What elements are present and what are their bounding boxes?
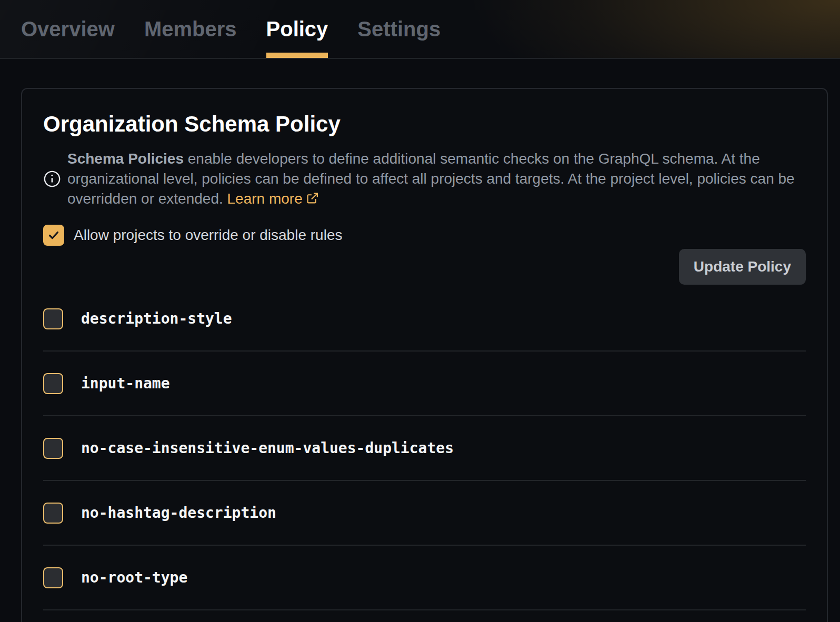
rule-checkbox[interactable] — [43, 308, 63, 329]
learn-more-link[interactable]: Learn more — [227, 190, 319, 207]
tab-bar: Overview Members Policy Settings — [0, 0, 840, 59]
rule-name: no-root-type — [81, 569, 187, 586]
rule-row: no-hashtag-description — [43, 481, 806, 546]
override-row: Allow projects to override or disable ru… — [43, 225, 806, 246]
override-checkbox[interactable] — [43, 225, 64, 246]
learn-more-label: Learn more — [227, 190, 303, 207]
button-row: Update Policy — [43, 249, 806, 285]
info-paragraph-lead: Schema Policies — [67, 151, 184, 167]
rule-row: no-case-insensitive-enum-values-duplicat… — [43, 416, 806, 481]
rule-checkbox[interactable] — [43, 373, 63, 394]
info-paragraph: Schema Policies enable developers to def… — [67, 149, 806, 209]
info-callout: Schema Policies enable developers to def… — [43, 149, 806, 209]
rule-name: no-case-insensitive-enum-values-duplicat… — [81, 439, 454, 457]
rule-row: no-root-type — [43, 546, 806, 610]
rule-row: description-style — [43, 287, 806, 352]
update-policy-button[interactable]: Update Policy — [679, 249, 806, 285]
tab-settings[interactable]: Settings — [357, 0, 441, 58]
tab-policy[interactable]: Policy — [266, 0, 328, 58]
policy-card: Organization Schema Policy Schema Polici… — [21, 88, 828, 622]
rules-list: description-style input-name no-case-ins… — [43, 287, 806, 610]
tab-members[interactable]: Members — [144, 0, 237, 58]
page-title: Organization Schema Policy — [43, 111, 806, 137]
override-label: Allow projects to override or disable ru… — [74, 227, 342, 244]
rule-name: description-style — [81, 310, 232, 327]
rule-checkbox[interactable] — [43, 567, 63, 588]
external-link-icon — [306, 190, 319, 203]
info-icon — [43, 170, 61, 188]
rule-name: input-name — [81, 375, 170, 392]
rule-name: no-hashtag-description — [81, 504, 276, 521]
rule-row: input-name — [43, 352, 806, 416]
rule-checkbox[interactable] — [43, 438, 63, 459]
tab-overview[interactable]: Overview — [21, 0, 115, 58]
rule-checkbox[interactable] — [43, 503, 63, 524]
